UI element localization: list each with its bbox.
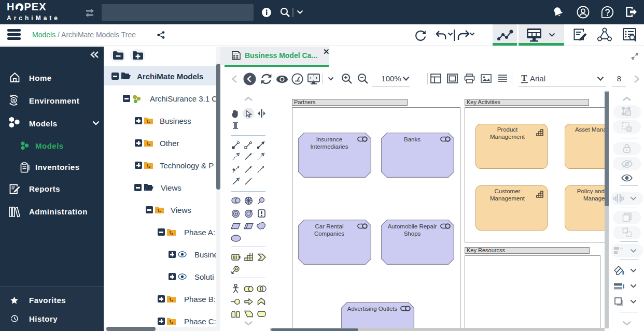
svg-text:S: S	[12, 98, 15, 103]
svg-text:T: T	[521, 73, 527, 83]
